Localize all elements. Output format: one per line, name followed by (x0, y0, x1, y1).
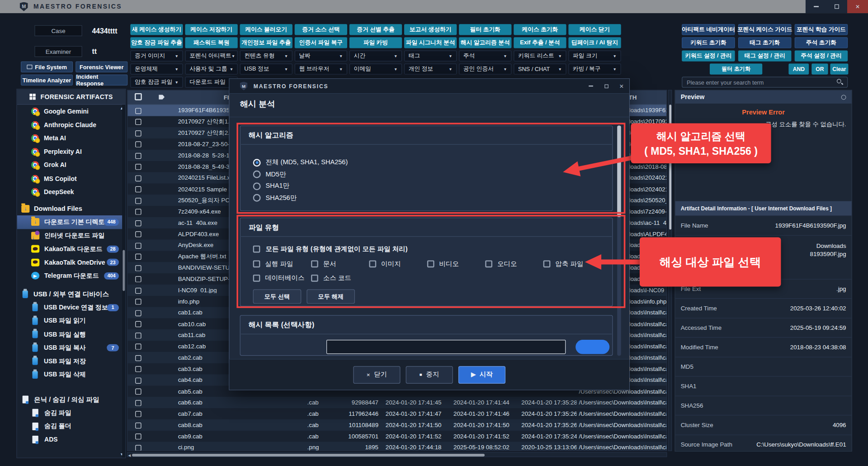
file-type-checkbox[interactable]: 소스 코드 (311, 273, 369, 283)
row-checkbox[interactable] (135, 265, 141, 271)
file-type-checkbox[interactable]: 실행 파일 (253, 259, 311, 269)
usb-devices-header[interactable]: USB / 외부 연결 디바이스 (17, 288, 126, 301)
minimize-button[interactable] (806, 0, 826, 13)
table-row[interactable]: cab6.cab .cab 92988447 2024-01-20 17:41:… (127, 397, 666, 408)
file-type-checkbox[interactable]: 문서 (311, 259, 369, 269)
deselect-all-button[interactable]: 모두 해제 (307, 290, 355, 304)
row-checkbox[interactable] (135, 433, 141, 439)
row-checkbox[interactable] (135, 164, 141, 170)
table-horizontal-scrollbar[interactable]: ◀ (127, 452, 667, 457)
hash-list-input[interactable] (326, 340, 566, 354)
forensic-viewer-button[interactable]: Forensic Viewer (75, 62, 127, 72)
download-files-header[interactable]: Download Files (17, 202, 126, 215)
sidebar-item[interactable]: 숨김 파일 (17, 406, 126, 420)
filter-dropdown[interactable]: 파일 크기▼ (568, 50, 621, 61)
select-all-checkbox[interactable] (134, 93, 142, 100)
sidebar-item[interactable]: Grok AI (17, 158, 126, 172)
toolbar-button[interactable]: 필터 초기화 (459, 24, 511, 35)
dialog-maximize-button[interactable] (599, 79, 614, 94)
guide-button[interactable]: 포렌식 학습 가이드 (795, 24, 848, 35)
scroll-left-icon[interactable]: ◀ (128, 453, 131, 457)
search-input[interactable] (682, 77, 848, 88)
sidebar-item[interactable]: DeepSeek (17, 185, 126, 199)
reset-button[interactable]: 키워드 초기화 (682, 37, 735, 48)
file-type-checkbox[interactable]: 오디오 (485, 259, 543, 269)
row-checkbox[interactable] (135, 243, 141, 248)
row-checkbox[interactable] (135, 130, 141, 136)
forensic-artifacts-header[interactable]: FORENSIC ARTIFACTS (17, 89, 126, 105)
filter-dropdown[interactable]: 주석▼ (459, 50, 511, 61)
file-type-checkbox[interactable]: 데이터베이스 (253, 273, 311, 283)
toolbar-button[interactable]: 새 케이스 생성하기 (130, 24, 183, 35)
toolbar-button[interactable]: 케이스 초기화 (514, 24, 566, 35)
filter-dropdown[interactable]: 웹 브라우저▼ (295, 64, 347, 75)
dialog-close-action-button[interactable]: ×닫기 (353, 366, 400, 384)
filter-dropdown[interactable]: 포렌식 아티팩트▼ (185, 50, 237, 61)
row-checkbox[interactable] (135, 310, 141, 316)
timeline-analyzer-button[interactable]: Timeline Analyzer (21, 75, 73, 86)
sidebar-item[interactable]: KakaoTalk 다운로드 28 (17, 242, 126, 256)
hash-algorithm-radio[interactable]: SHA256만 (253, 192, 348, 204)
toolbar-button[interactable]: 증거 소스 선택 (295, 24, 347, 35)
guide-button[interactable]: 아티팩트 네비게이터 (682, 24, 735, 35)
sidebar-item[interactable]: Anthropic Claude (17, 118, 126, 132)
dialog-minimize-button[interactable] (583, 79, 599, 94)
sidebar-item[interactable]: USB 파일 저장 (17, 355, 126, 368)
row-checkbox[interactable] (135, 175, 141, 181)
file-system-button[interactable]: File System (21, 62, 73, 72)
file-type-checkbox[interactable]: 압축 파일 (543, 259, 601, 269)
filter-dropdown[interactable]: 컨텐츠 유형▼ (240, 50, 292, 61)
stop-button[interactable]: ■중지 (406, 366, 453, 384)
filter-dropdown[interactable]: 날짜▼ (295, 50, 347, 61)
tag-icon[interactable] (159, 95, 165, 100)
guide-button[interactable]: 포렌식 케이스 가이드 (738, 24, 792, 35)
sidebar-item[interactable]: 다운로드 기본 디렉토리 448 (17, 215, 126, 229)
incident-response-button[interactable]: Incident Response (75, 75, 127, 86)
sidebar-scrollbar[interactable] (122, 105, 125, 457)
filter-dropdown[interactable]: 이메일▼ (349, 64, 402, 75)
toolbar-button[interactable]: 암호 잠금 파일 추출 (130, 37, 183, 48)
row-checkbox[interactable] (135, 276, 141, 282)
filter-dropdown[interactable]: 증거 이미지▼ (130, 50, 183, 61)
sidebar-item[interactable]: USB 파일 복사 7 (17, 341, 126, 355)
sidebar-item[interactable]: Perplexity AI (17, 145, 126, 158)
row-checkbox[interactable] (135, 321, 141, 327)
toolbar-button[interactable]: 케이스 닫기 (568, 24, 621, 35)
close-button[interactable]: ✕ (847, 0, 868, 13)
hidden-files-header[interactable]: 은닉 / 숨김 / 의심 파일 (17, 393, 126, 406)
row-checkbox[interactable] (135, 389, 141, 395)
filter-dropdown[interactable]: 카빙 / 복구▼ (568, 64, 621, 75)
table-row[interactable]: ci.png .png 1895 2024-01-20 17:44:18 202… (127, 442, 666, 451)
sidebar-item[interactable]: Meta AI (17, 132, 126, 145)
sidebar-item[interactable]: USB Device 연결 정보 1 (17, 301, 126, 314)
sidebar-item[interactable]: KakaoTalk OneDrive 23 (17, 256, 126, 269)
table-row[interactable]: cab7.cab .cab 117962446 2024-01-20 17:41… (127, 408, 666, 419)
filter-dropdown[interactable]: 사용자 및 그룹▼ (185, 64, 237, 75)
toolbar-button[interactable]: 케이스 저장하기 (185, 24, 237, 35)
reset-button[interactable]: 태그 초기화 (738, 37, 792, 48)
filter-dropdown[interactable]: 태그▼ (404, 50, 457, 61)
row-checkbox[interactable] (135, 422, 141, 428)
manage-button[interactable]: 주석 설정 / 관리 (795, 50, 848, 61)
toolbar-button[interactable]: Exif 추출 / 분석 (514, 37, 566, 48)
sidebar-item[interactable]: MS Copilot (17, 172, 126, 185)
row-checkbox[interactable] (135, 186, 141, 192)
sidebar-item[interactable]: 숨김 폴더 (17, 419, 126, 433)
maximize-button[interactable] (826, 0, 847, 13)
toolbar-button[interactable]: 딥페이크 / AI 탐지 (568, 37, 621, 48)
filter-dropdown[interactable]: USB 정보▼ (240, 64, 292, 75)
toolbar-button[interactable]: 패스워드 복원 (185, 37, 237, 48)
row-checkbox[interactable] (135, 333, 141, 338)
toolbar-button[interactable]: 케이스 불러오기 (240, 24, 292, 35)
manage-button[interactable]: 태그 설정 / 관리 (738, 50, 792, 61)
or-button[interactable]: OR (811, 64, 828, 75)
reset-button[interactable]: 주석 초기화 (795, 37, 848, 48)
sidebar-item[interactable]: 인터넷 다운로드 파일 (17, 229, 126, 243)
toolbar-button[interactable]: 보고서 생성하기 (404, 24, 457, 35)
filter-dropdown[interactable]: 개인 정보▼ (404, 64, 457, 75)
hash-algorithm-radio[interactable]: SHA1만 (253, 181, 348, 192)
row-checkbox[interactable] (135, 231, 141, 237)
dialog-close-button[interactable]: ✕ (614, 79, 629, 94)
toolbar-button[interactable]: 파일 카빙 (349, 37, 402, 48)
clear-button[interactable]: Clear (830, 64, 848, 75)
